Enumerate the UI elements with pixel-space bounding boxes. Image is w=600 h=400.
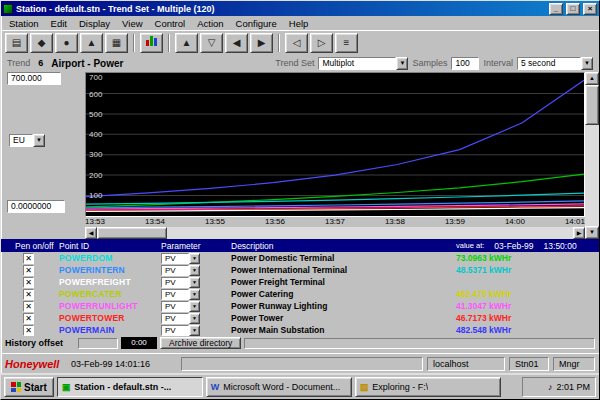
- nav-left-icon[interactable]: ◀: [225, 33, 248, 53]
- parameter-select[interactable]: PV▼: [161, 277, 200, 288]
- menu-help[interactable]: Help: [283, 18, 315, 29]
- pen-checkbox[interactable]: ✕: [23, 253, 34, 264]
- chevron-down-icon[interactable]: ▼: [33, 134, 45, 147]
- chevron-down-icon[interactable]: ▼: [189, 301, 200, 312]
- menu-view[interactable]: View: [116, 18, 148, 29]
- chevron-down-icon[interactable]: ▼: [189, 265, 200, 276]
- nav-down-icon[interactable]: ▽: [200, 33, 223, 53]
- x-tick: 13:56: [265, 217, 285, 227]
- pen-checkbox[interactable]: ✕: [23, 313, 34, 324]
- task-button-explorer[interactable]: ▨ Exploring - F:\: [355, 377, 501, 397]
- point-description: Power Runway Lighting: [231, 301, 456, 311]
- task-button-word[interactable]: W Microsoft Word - Document...: [206, 377, 352, 397]
- parameter-select[interactable]: PV▼: [161, 325, 200, 336]
- point-id[interactable]: POWERFREIGHT: [59, 277, 161, 287]
- pen-checkbox[interactable]: ✕: [23, 277, 34, 288]
- y-tick: 100: [89, 192, 102, 200]
- trend-plot[interactable]: 700 600 500 400 300 200 100: [85, 72, 585, 217]
- chevron-down-icon[interactable]: ▼: [581, 57, 593, 70]
- chevron-down-icon[interactable]: ▼: [189, 253, 200, 264]
- chevron-down-icon[interactable]: ▼: [189, 289, 200, 300]
- point-id[interactable]: POWERDOM: [59, 253, 161, 263]
- point-id[interactable]: POWERRUNLIGHT: [59, 301, 161, 311]
- chevron-down-icon[interactable]: ▼: [396, 57, 408, 70]
- chevron-down-icon[interactable]: ▼: [585, 226, 599, 239]
- command-menu-icon[interactable]: ≡: [335, 33, 358, 53]
- word-icon: W: [211, 382, 220, 392]
- parameter-select[interactable]: PV▼: [161, 289, 200, 300]
- page-back-icon[interactable]: ◁: [285, 33, 308, 53]
- trend-set-select[interactable]: Multiplot ▼: [318, 57, 408, 70]
- table-row: ✕ POWERCATER PV▼ Power Catering 482.475 …: [1, 288, 599, 300]
- minimize-button[interactable]: _: [549, 3, 563, 15]
- history-offset-label: History offset: [5, 338, 75, 348]
- alarm-warning-icon[interactable]: ▲: [80, 33, 103, 53]
- samples-input[interactable]: 100: [451, 57, 479, 70]
- interval-select[interactable]: 5 second ▼: [517, 57, 593, 70]
- chevron-down-icon[interactable]: ▼: [189, 313, 200, 324]
- chevron-down-icon[interactable]: ▼: [189, 277, 200, 288]
- x-axis-labels: 13:53 13:54 13:55 13:56 13:57 13:58 13:5…: [85, 217, 585, 227]
- chevron-right-icon[interactable]: ▶: [573, 227, 585, 239]
- horizontal-scrollbar[interactable]: ◀ ▶: [85, 227, 585, 239]
- task-button-station[interactable]: ▣ Station - default.stn -...: [57, 377, 203, 397]
- vertical-scrollbar[interactable]: ▲ ▼: [585, 72, 599, 239]
- close-button[interactable]: ×: [583, 3, 597, 15]
- printer-icon[interactable]: ▤: [5, 33, 28, 53]
- menu-bar: Station Edit Display View Control Action…: [1, 16, 599, 30]
- x-tick: 13:58: [385, 217, 405, 227]
- chevron-down-icon[interactable]: ▼: [189, 325, 200, 336]
- nav-up-icon[interactable]: ▲: [175, 33, 198, 53]
- archive-directory-button[interactable]: Archive directory: [160, 337, 241, 349]
- h-scroll-thumb[interactable]: [97, 227, 167, 239]
- pen-checkbox[interactable]: ✕: [23, 289, 34, 300]
- pen-checkbox[interactable]: ✕: [23, 301, 34, 312]
- h-scroll-track[interactable]: [97, 227, 573, 239]
- y-tick: 400: [89, 131, 102, 139]
- alarm-bell-icon[interactable]: ◆: [30, 33, 53, 53]
- y-max-input[interactable]: 700.000: [7, 72, 61, 85]
- parameter-select[interactable]: PV▼: [161, 253, 200, 264]
- chevron-left-icon[interactable]: ◀: [85, 227, 97, 239]
- menu-station[interactable]: Station: [3, 18, 45, 29]
- start-button[interactable]: Start: [4, 377, 54, 397]
- menu-control[interactable]: Control: [149, 18, 192, 29]
- maximize-button[interactable]: □: [566, 3, 580, 15]
- pen-table-header: Pen on/off Point ID Parameter Descriptio…: [1, 239, 599, 252]
- windows-taskbar: Start ▣ Station - default.stn -... W Mic…: [1, 373, 599, 399]
- point-id[interactable]: POWERCATER: [59, 289, 161, 299]
- table-row: ✕ POWERINTERN PV▼ Power International Te…: [1, 264, 599, 276]
- nav-right-icon[interactable]: ▶: [250, 33, 273, 53]
- eu-select[interactable]: EU ▼: [9, 134, 45, 147]
- v-scroll-thumb[interactable]: [585, 85, 599, 125]
- v-scroll-track[interactable]: [585, 85, 599, 226]
- parameter-select[interactable]: PV▼: [161, 313, 200, 324]
- pen-checkbox[interactable]: ✕: [23, 325, 34, 336]
- menu-display[interactable]: Display: [73, 18, 116, 29]
- trend-chart-icon[interactable]: [140, 33, 163, 53]
- point-value: 73.0963 kWHr: [456, 253, 599, 263]
- trend-set-label: Trend Set: [275, 58, 314, 68]
- message-summary-icon[interactable]: ▦: [105, 33, 128, 53]
- point-id[interactable]: POWERINTERN: [59, 265, 161, 275]
- point-id[interactable]: POWERMAIN: [59, 325, 161, 335]
- y-min-input[interactable]: 0.0000000: [7, 200, 65, 213]
- history-offset-field[interactable]: [78, 338, 118, 349]
- point-id[interactable]: POWERTOWER: [59, 313, 161, 323]
- parameter-select[interactable]: PV▼: [161, 265, 200, 276]
- speaker-icon[interactable]: ♪: [548, 382, 553, 392]
- menu-action[interactable]: Action: [191, 18, 229, 29]
- trend-title: Airport - Power: [51, 58, 123, 69]
- x-tick: 14:01: [565, 217, 585, 227]
- parameter-select[interactable]: PV▼: [161, 301, 200, 312]
- toolbar-separator: [278, 34, 280, 52]
- pen-checkbox[interactable]: ✕: [23, 265, 34, 276]
- page-forward-icon[interactable]: ▷: [310, 33, 333, 53]
- trend-bars-icon: [146, 34, 157, 46]
- table-row: ✕ POWERDOM PV▼ Power Domestic Terminal 7…: [1, 252, 599, 264]
- station-icon: ▣: [62, 382, 71, 392]
- alarm-horn-icon[interactable]: ●: [55, 33, 78, 53]
- chevron-up-icon[interactable]: ▲: [585, 72, 599, 85]
- menu-configure[interactable]: Configure: [230, 18, 283, 29]
- menu-edit[interactable]: Edit: [45, 18, 73, 29]
